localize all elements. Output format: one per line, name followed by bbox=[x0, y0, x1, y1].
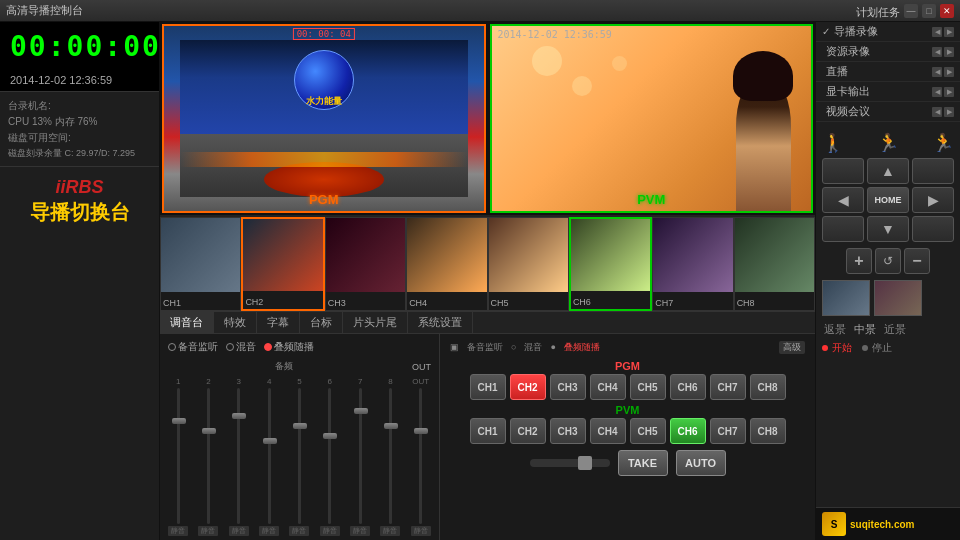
return-button[interactable]: 返景 bbox=[824, 322, 846, 337]
fader-knob-6[interactable] bbox=[323, 433, 337, 439]
menu-ctrl-a-1[interactable]: ◀ bbox=[932, 47, 942, 57]
ptz-up-button[interactable]: ▲ bbox=[867, 158, 909, 184]
pgm-ch-btn-3[interactable]: CH3 bbox=[550, 374, 586, 400]
thumbnail-ch5[interactable]: CH5 bbox=[488, 217, 569, 311]
menu-ctrl-a-4[interactable]: ◀ bbox=[932, 107, 942, 117]
control-tab-0[interactable]: 调音台 bbox=[160, 312, 214, 333]
thumbnail-ch7[interactable]: CH7 bbox=[652, 217, 733, 311]
fader-mute-3[interactable]: 静音 bbox=[229, 526, 249, 536]
pvm-ch-btn-2[interactable]: CH2 bbox=[510, 418, 546, 444]
fader-track-3[interactable] bbox=[237, 388, 240, 524]
pvm-ch-btn-4[interactable]: CH4 bbox=[590, 418, 626, 444]
transition-slider-knob[interactable] bbox=[578, 456, 592, 470]
ptz-down-button[interactable]: ▼ bbox=[867, 216, 909, 242]
fader-knob-4[interactable] bbox=[263, 438, 277, 444]
stop-label[interactable]: 停止 bbox=[872, 341, 892, 355]
advanced-btn[interactable]: 高级 bbox=[779, 341, 805, 354]
fader-mute-7[interactable]: 静音 bbox=[350, 526, 370, 536]
thumbnail-ch3[interactable]: CH3 bbox=[325, 217, 406, 311]
ptz-right-button[interactable]: ▶ bbox=[912, 187, 954, 213]
pgm-ch-btn-6[interactable]: CH6 bbox=[670, 374, 706, 400]
pvm-ch-btn-3[interactable]: CH3 bbox=[550, 418, 586, 444]
radio-circle-0 bbox=[168, 343, 176, 351]
pvm-ch-btn-5[interactable]: CH5 bbox=[630, 418, 666, 444]
menu-ctrl-a-0[interactable]: ◀ bbox=[932, 27, 942, 37]
fader-mute-6[interactable]: 静音 bbox=[320, 526, 340, 536]
menu-ctrl-b-1[interactable]: ▶ bbox=[944, 47, 954, 57]
fader-mute-1[interactable]: 静音 bbox=[168, 526, 188, 536]
pvm-ch-btn-7[interactable]: CH7 bbox=[710, 418, 746, 444]
fader-track-1[interactable] bbox=[177, 388, 180, 524]
fader-mute-4[interactable]: 静音 bbox=[259, 526, 279, 536]
pgm-ch-btn-7[interactable]: CH7 bbox=[710, 374, 746, 400]
pgm-ch-btn-4[interactable]: CH4 bbox=[590, 374, 626, 400]
fader-knob-2[interactable] bbox=[202, 428, 216, 434]
person-icon-3[interactable]: 🏃 bbox=[932, 132, 954, 154]
fader-knob-8[interactable] bbox=[384, 423, 398, 429]
fader-mute-2[interactable]: 静音 bbox=[198, 526, 218, 536]
mixer-opt-1[interactable]: 混音 bbox=[226, 340, 256, 354]
auto-button[interactable]: AUTO bbox=[676, 450, 726, 476]
pvm-ch-btn-6[interactable]: CH6 bbox=[670, 418, 706, 444]
rotate-left-button[interactable]: ↺ bbox=[875, 248, 901, 274]
transition-slider[interactable] bbox=[530, 459, 610, 467]
pgm-ch-btn-2[interactable]: CH2 bbox=[510, 374, 546, 400]
close-button[interactable]: ✕ bbox=[940, 4, 954, 18]
fader-track-2[interactable] bbox=[207, 388, 210, 524]
fader-knob-7[interactable] bbox=[354, 408, 368, 414]
menu-ctrl-b-4[interactable]: ▶ bbox=[944, 107, 954, 117]
fader-knob-5[interactable] bbox=[293, 423, 307, 429]
thumbnail-ch4[interactable]: CH4 bbox=[406, 217, 487, 311]
fader-track-5[interactable] bbox=[298, 388, 301, 524]
ptz-home-button[interactable]: HOME bbox=[867, 187, 909, 213]
center-button[interactable]: 中景 bbox=[854, 322, 876, 337]
fader-knob-1[interactable] bbox=[172, 418, 186, 424]
menu-ctrl-a-2[interactable]: ◀ bbox=[932, 67, 942, 77]
pvm-ch-btn-8[interactable]: CH8 bbox=[750, 418, 786, 444]
fader-track-9[interactable] bbox=[419, 388, 422, 524]
control-tab-5[interactable]: 系统设置 bbox=[408, 312, 473, 333]
fader-mute-9[interactable]: 静音 bbox=[411, 526, 431, 536]
fader-knob-9[interactable] bbox=[414, 428, 428, 434]
menu-ctrl-a-3[interactable]: ◀ bbox=[932, 87, 942, 97]
maximize-button[interactable]: □ bbox=[922, 4, 936, 18]
thumbnail-ch8[interactable]: CH8 bbox=[734, 217, 815, 311]
fader-mute-8[interactable]: 静音 bbox=[380, 526, 400, 536]
zoom-in-button[interactable]: + bbox=[846, 248, 872, 274]
menu-ctrl-b-2[interactable]: ▶ bbox=[944, 67, 954, 77]
menu-ctrl-b-3[interactable]: ▶ bbox=[944, 87, 954, 97]
control-tab-3[interactable]: 台标 bbox=[300, 312, 343, 333]
minimize-button[interactable]: — bbox=[904, 4, 918, 18]
mixer-opt-0[interactable]: 备音监听 bbox=[168, 340, 218, 354]
pvm-ch-btn-1[interactable]: CH1 bbox=[470, 418, 506, 444]
control-tab-2[interactable]: 字幕 bbox=[257, 312, 300, 333]
start-label[interactable]: 开始 bbox=[832, 341, 852, 355]
fader-track-7[interactable] bbox=[359, 388, 362, 524]
fader-mute-5[interactable]: 静音 bbox=[289, 526, 309, 536]
right-menu-item-0[interactable]: ✓ 导播录像 ◀ ▶ bbox=[816, 22, 960, 42]
right-menu-item-1[interactable]: 资源录像 ◀ ▶ bbox=[816, 42, 960, 62]
mixer-opt-2[interactable]: 叠频随播 bbox=[264, 340, 314, 354]
menu-ctrl-b-0[interactable]: ▶ bbox=[944, 27, 954, 37]
right-menu-item-3[interactable]: 显卡输出 ◀ ▶ bbox=[816, 82, 960, 102]
pgm-ch-btn-1[interactable]: CH1 bbox=[470, 374, 506, 400]
zoom-out-button[interactable]: − bbox=[904, 248, 930, 274]
pgm-ch-btn-5[interactable]: CH5 bbox=[630, 374, 666, 400]
thumbnail-ch6[interactable]: CH6 bbox=[569, 217, 652, 311]
fader-knob-3[interactable] bbox=[232, 413, 246, 419]
fader-track-8[interactable] bbox=[389, 388, 392, 524]
right-menu-item-4[interactable]: 视频会议 ◀ ▶ bbox=[816, 102, 960, 122]
ptz-left-button[interactable]: ◀ bbox=[822, 187, 864, 213]
right-menu-item-2[interactable]: 直播 ◀ ▶ bbox=[816, 62, 960, 82]
control-tab-4[interactable]: 片头片尾 bbox=[343, 312, 408, 333]
close-shot-button[interactable]: 近景 bbox=[884, 322, 906, 337]
person-icon-2[interactable]: 🏃 bbox=[877, 132, 899, 154]
fader-track-6[interactable] bbox=[328, 388, 331, 524]
fader-track-4[interactable] bbox=[268, 388, 271, 524]
control-tab-1[interactable]: 特效 bbox=[214, 312, 257, 333]
person-icon-1[interactable]: 🚶 bbox=[822, 132, 844, 154]
thumbnail-ch1[interactable]: CH1 bbox=[160, 217, 241, 311]
pgm-ch-btn-8[interactable]: CH8 bbox=[750, 374, 786, 400]
thumbnail-ch2[interactable]: CH2 bbox=[241, 217, 324, 311]
take-button[interactable]: TAKE bbox=[618, 450, 668, 476]
